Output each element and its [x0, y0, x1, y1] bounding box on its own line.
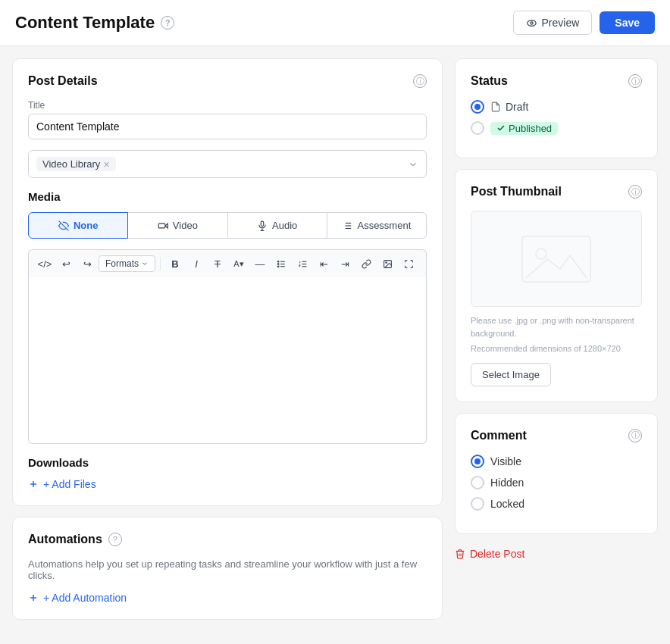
tab-none[interactable]: None: [28, 212, 128, 239]
select-tags: Video Library ×: [36, 157, 116, 171]
list-icon: [342, 220, 352, 231]
status-header: Status ⓘ: [471, 74, 642, 88]
category-select-row[interactable]: Video Library ×: [28, 150, 427, 178]
thumbnail-info-icon[interactable]: ⓘ: [628, 185, 642, 199]
post-thumbnail-card: Post Thumbnail ⓘ Please use .jpg or .png…: [455, 169, 658, 402]
comment-info-icon[interactable]: ⓘ: [628, 429, 642, 442]
status-published-radio[interactable]: [471, 121, 484, 135]
add-automation-button[interactable]: + Add Automation: [28, 592, 127, 604]
ol-icon: [298, 259, 308, 269]
comment-visible-option[interactable]: Visible: [471, 455, 642, 468]
post-details-info-icon[interactable]: ⓘ: [413, 74, 427, 88]
thumbnail-hint-2: Recommended dimensions of 1280×720: [471, 342, 642, 355]
status-info-icon[interactable]: ⓘ: [628, 74, 642, 88]
mic-icon: [257, 220, 268, 231]
thumbnail-placeholder: [471, 211, 642, 307]
add-automation-label: + Add Automation: [43, 592, 127, 604]
thumbnail-mountain-svg: [518, 233, 594, 286]
hr-btn[interactable]: —: [250, 254, 270, 274]
status-draft-option[interactable]: Draft: [471, 100, 642, 114]
ul-btn[interactable]: [271, 254, 291, 274]
ul-icon: [277, 259, 286, 269]
page-title-text: Content Template: [15, 13, 155, 33]
header-help-icon[interactable]: ?: [161, 16, 174, 30]
downloads-section: Downloads + Add Files: [28, 456, 427, 490]
automations-card: Automations ? Automations help you set u…: [12, 517, 443, 620]
trash-icon: [455, 549, 465, 559]
media-section-label: Media: [28, 190, 427, 203]
tag-remove-icon[interactable]: ×: [103, 159, 109, 170]
tab-video-label: Video: [173, 220, 198, 231]
comment-locked-option[interactable]: Locked: [471, 497, 642, 511]
plus-icon: [28, 479, 39, 489]
image-btn[interactable]: [377, 254, 397, 274]
color-btn[interactable]: A▾: [229, 254, 249, 274]
downloads-label: Downloads: [28, 456, 427, 469]
automations-header: Automations ?: [28, 533, 427, 546]
expand-icon: [404, 259, 414, 269]
delete-post-label: Delete Post: [470, 548, 524, 560]
comment-title: Comment: [471, 429, 527, 442]
comment-hidden-radio[interactable]: [471, 476, 484, 489]
add-files-label: + Add Files: [43, 478, 96, 490]
automations-help-icon[interactable]: ?: [108, 533, 122, 546]
post-details-card: Post Details ⓘ Title Video Library ×: [12, 58, 443, 506]
preview-button[interactable]: Preview: [513, 11, 593, 35]
editor-body[interactable]: [28, 277, 427, 444]
delete-post-button[interactable]: Delete Post: [455, 548, 658, 560]
published-badge: Published: [490, 122, 558, 135]
title-field-group: Title: [28, 100, 427, 139]
fullscreen-btn[interactable]: [399, 254, 418, 274]
strikethrough-btn[interactable]: T: [208, 254, 227, 274]
comment-visible-label: Visible: [490, 455, 521, 467]
title-label: Title: [28, 100, 427, 111]
redo-btn[interactable]: ↪: [77, 254, 97, 274]
status-draft-radio-inner: [474, 104, 481, 110]
save-button[interactable]: Save: [600, 11, 655, 34]
published-label-text: Published: [509, 123, 552, 134]
tab-assessment[interactable]: Assessment: [327, 212, 427, 239]
right-column: Status ⓘ Draft: [455, 58, 658, 620]
undo-btn[interactable]: ↩: [56, 254, 76, 274]
add-files-button[interactable]: + Add Files: [28, 478, 96, 490]
left-column: Post Details ⓘ Title Video Library ×: [12, 58, 443, 620]
post-details-header: Post Details ⓘ: [28, 74, 427, 88]
status-title: Status: [471, 74, 508, 88]
editor-toolbar: </> ↩ ↪ Formats B I T A▾ —: [28, 249, 427, 277]
preview-label: Preview: [542, 17, 580, 29]
link-btn[interactable]: [356, 254, 376, 274]
ol-btn[interactable]: [293, 254, 312, 274]
comment-hidden-option[interactable]: Hidden: [471, 476, 642, 489]
code-btn[interactable]: </>: [35, 254, 55, 274]
outdent-btn[interactable]: ⇤: [314, 254, 333, 274]
comment-locked-radio[interactable]: [471, 497, 484, 511]
thumbnail-header: Post Thumbnail ⓘ: [471, 185, 642, 199]
title-input[interactable]: [28, 114, 427, 139]
top-bar: Content Template ? Preview Save: [0, 0, 670, 46]
formats-dropdown[interactable]: Formats: [99, 255, 155, 272]
tag-label: Video Library: [42, 158, 100, 170]
draft-icon: [490, 102, 501, 112]
tab-assessment-label: Assessment: [357, 220, 411, 231]
svg-point-24: [385, 261, 387, 263]
italic-btn[interactable]: I: [186, 254, 206, 274]
comment-visible-radio[interactable]: [471, 455, 484, 468]
svg-point-0: [527, 20, 535, 26]
tab-audio[interactable]: Audio: [227, 212, 327, 239]
top-bar-actions: Preview Save: [513, 11, 656, 35]
thumbnail-hint-1: Please use .jpg or .png with non-transpa…: [471, 314, 642, 339]
indent-btn[interactable]: ⇥: [335, 254, 355, 274]
status-published-option[interactable]: Published: [471, 121, 642, 135]
video-icon: [158, 220, 168, 231]
page-title: Content Template ?: [15, 13, 174, 33]
tab-video[interactable]: Video: [127, 212, 227, 239]
toolbar-divider-1: [160, 257, 161, 270]
video-library-tag: Video Library ×: [36, 157, 116, 171]
thumbnail-title: Post Thumbnail: [471, 185, 562, 199]
bold-btn[interactable]: B: [165, 254, 185, 274]
status-draft-radio[interactable]: [471, 100, 484, 114]
select-image-button[interactable]: Select Image: [471, 363, 551, 386]
comment-card: Comment ⓘ Visible Hidden Locked: [455, 413, 658, 534]
media-tabs: None Video Audio: [28, 212, 427, 239]
svg-point-30: [536, 249, 546, 259]
